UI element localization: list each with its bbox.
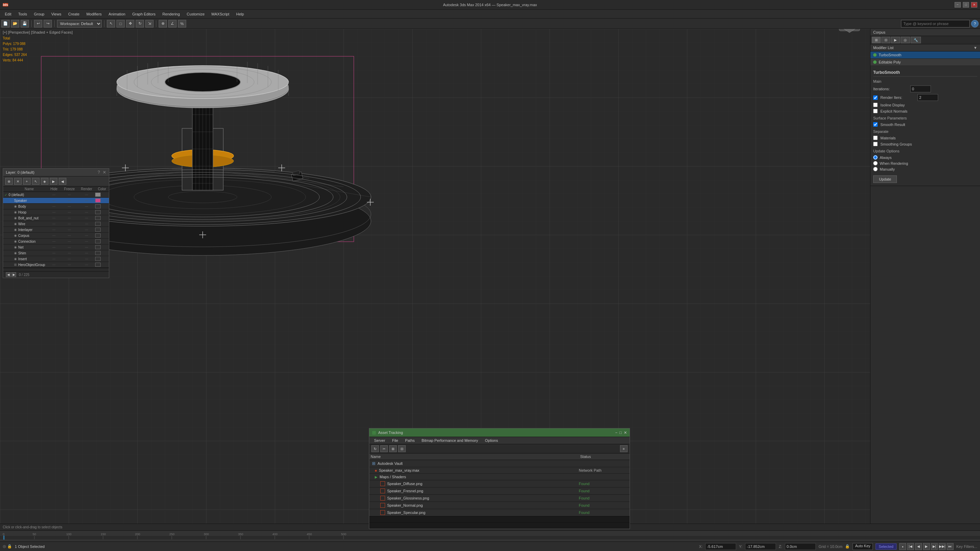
asset-close[interactable]: ✕: [624, 430, 627, 435]
asset-tb-reload[interactable]: ↻: [371, 445, 379, 452]
layers-close[interactable]: ✕: [103, 170, 106, 175]
workspace-dropdown[interactable]: Workspace: Default: [57, 20, 102, 27]
layer-item-hoop[interactable]: ◉ Hoop — — —: [3, 210, 109, 215]
percent-snap-btn[interactable]: %: [178, 20, 186, 27]
asset-menu-server[interactable]: Server: [371, 438, 388, 443]
asset-tb-expand[interactable]: ⊞: [389, 445, 397, 452]
menu-modifiers[interactable]: Modifiers: [83, 11, 105, 17]
select-btn[interactable]: ↖: [107, 20, 115, 27]
layer-item-wire[interactable]: ◉ Wire — — —: [3, 221, 109, 227]
play-btn[interactable]: ▶: [923, 543, 930, 550]
layer-item-body[interactable]: ◉ Body — — —: [3, 203, 109, 210]
layer-item-speaker[interactable]: ▷ Speaker — — —: [3, 198, 109, 203]
modifier-turbosmoooth[interactable]: TurboSmooth: [870, 51, 980, 59]
layer-item-corpus[interactable]: ◉ Corpus — — —: [3, 233, 109, 238]
asset-item-maxfile[interactable]: ■ Speaker_max_vray.max Network Path: [369, 467, 630, 474]
layers-delete[interactable]: ✕: [14, 178, 22, 185]
panel-tab-utilities[interactable]: 🔧: [911, 37, 921, 43]
asset-tb-view[interactable]: ≡: [620, 445, 628, 452]
panel-tab-motion[interactable]: ▶: [891, 37, 900, 43]
layer-item-connection[interactable]: ◉ Connection — — —: [3, 238, 109, 245]
render-iters-checkbox[interactable]: [873, 95, 878, 100]
layer-item-hero[interactable]: ⊞ HeroObjectGroup — — —: [3, 262, 109, 268]
next-frame-btn[interactable]: ▶|: [931, 543, 938, 550]
layer-item-default[interactable]: ✓ 0 (default) — — —: [3, 192, 109, 198]
z-field[interactable]: [785, 543, 816, 550]
render-iters-input[interactable]: [918, 94, 938, 101]
prev-frame-btn[interactable]: ◀: [915, 543, 922, 550]
layer-item-net[interactable]: ◉ Net — — —: [3, 245, 109, 250]
search-input[interactable]: [901, 20, 970, 27]
menu-rendering[interactable]: Rendering: [159, 11, 183, 17]
layers-add-selected[interactable]: +: [23, 178, 30, 185]
always-radio[interactable]: [873, 155, 878, 160]
menu-views[interactable]: Views: [48, 11, 65, 17]
when-rendering-radio[interactable]: [873, 161, 878, 165]
smoothing-groups-checkbox[interactable]: [873, 142, 878, 146]
asset-item-fresnel[interactable]: Speaker_Fresnel.png Found: [369, 487, 630, 495]
timeline-bar[interactable]: 0 50 100 150 200 250 300 350 400 450 500: [0, 530, 980, 541]
maximize-button[interactable]: □: [963, 2, 969, 8]
layer-item-interlayer[interactable]: ◉ Interlayer — — —: [3, 227, 109, 233]
menu-create[interactable]: Create: [65, 11, 83, 17]
isoline-checkbox[interactable]: [873, 103, 878, 107]
layers-collapse[interactable]: ◀: [59, 178, 66, 185]
menu-edit[interactable]: Edit: [2, 11, 15, 17]
layer-item-bolt[interactable]: ◉ Bolt_and_nut — — —: [3, 215, 109, 221]
undo-btn[interactable]: ↩: [34, 20, 42, 27]
move-btn[interactable]: ✥: [126, 20, 134, 27]
asset-item-glossiness[interactable]: Speaker_Glossiness.png Found: [369, 495, 630, 502]
menu-animation[interactable]: Animation: [105, 11, 129, 17]
next-key-btn[interactable]: ▶▶|: [939, 543, 946, 550]
panel-tab-modifier[interactable]: ⊞: [872, 37, 881, 43]
explicit-normals-checkbox[interactable]: [873, 109, 878, 113]
menu-help[interactable]: Help: [233, 11, 248, 17]
prev-key-btn[interactable]: |◀: [907, 543, 914, 550]
asset-item-specular[interactable]: Speaker_Specular.png Found: [369, 509, 630, 516]
manually-radio[interactable]: [873, 167, 878, 171]
menu-tools[interactable]: Tools: [15, 11, 30, 17]
menu-graph-editors[interactable]: Graph Editors: [129, 11, 159, 17]
modifier-editable-poly[interactable]: Editable Poly: [870, 59, 980, 66]
scroll-left[interactable]: ◀: [6, 272, 11, 277]
rotate-btn[interactable]: ↻: [136, 20, 144, 27]
angle-snap-btn[interactable]: ∠: [168, 20, 177, 27]
materials-checkbox[interactable]: [873, 136, 878, 140]
minimize-button[interactable]: −: [955, 2, 961, 8]
scale-btn[interactable]: ⇲: [145, 20, 154, 27]
layer-item-insert[interactable]: ◉ Insert — — —: [3, 256, 109, 262]
asset-item-normal[interactable]: Speaker_Normal.png Found: [369, 502, 630, 509]
set-key-btn[interactable]: ⬥: [899, 543, 906, 550]
select-region-btn[interactable]: □: [116, 20, 125, 27]
help-button[interactable]: ?: [971, 20, 978, 27]
asset-maximize[interactable]: □: [619, 430, 622, 435]
end-frame-btn[interactable]: ⏭: [947, 543, 953, 550]
x-field[interactable]: [705, 543, 736, 550]
layers-expand[interactable]: ▶: [50, 178, 57, 185]
asset-menu-file[interactable]: File: [389, 438, 401, 443]
asset-menu-bitmap[interactable]: Bitmap Performance and Memory: [419, 438, 480, 443]
iterations-input[interactable]: [910, 86, 931, 92]
menu-maxscript[interactable]: MAXScript: [208, 11, 233, 17]
modifier-list-dropdown[interactable]: ▼: [974, 46, 977, 50]
layers-select[interactable]: ↖: [32, 178, 40, 185]
layers-new[interactable]: ⊕: [5, 178, 13, 185]
layers-help[interactable]: ?: [97, 170, 100, 175]
y-field[interactable]: [745, 543, 776, 550]
asset-tb-strip[interactable]: ✂: [380, 445, 388, 452]
close-button[interactable]: ✕: [971, 2, 977, 8]
panel-tab-hierarchy[interactable]: ⊟: [881, 37, 890, 43]
update-button[interactable]: Update: [873, 175, 897, 183]
save-btn[interactable]: 💾: [21, 20, 29, 27]
layer-item-shim[interactable]: ◉ Shim — — —: [3, 250, 109, 256]
asset-minimize[interactable]: −: [615, 430, 617, 435]
smooth-result-checkbox[interactable]: [873, 122, 878, 127]
layers-highlight[interactable]: ◈: [41, 178, 48, 185]
asset-menu-paths[interactable]: Paths: [402, 438, 417, 443]
open-btn[interactable]: 📂: [11, 20, 19, 27]
panel-tab-display[interactable]: ◎: [900, 37, 910, 43]
new-btn[interactable]: 📄: [2, 20, 10, 27]
asset-item-diffuse[interactable]: Speaker_Diffuse.png Found: [369, 480, 630, 487]
asset-menu-options[interactable]: Options: [482, 438, 501, 443]
layers-scrollbar[interactable]: [3, 268, 109, 271]
